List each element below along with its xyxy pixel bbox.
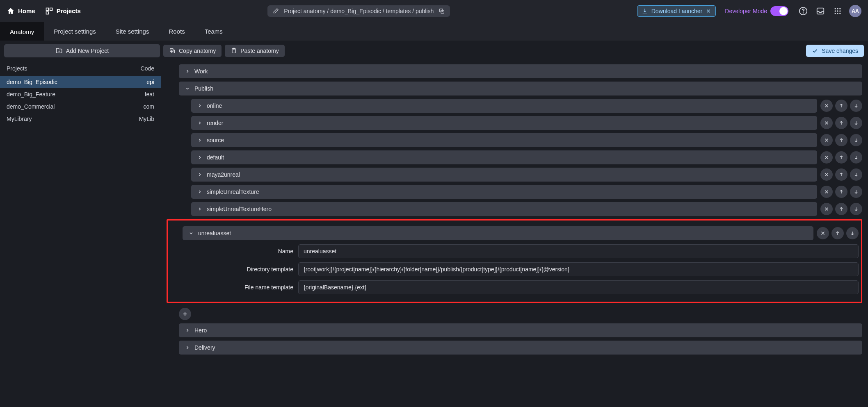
project-row[interactable]: demo_Big_Featurefeat bbox=[0, 88, 161, 100]
move-up-button[interactable] bbox=[835, 100, 847, 112]
home-icon bbox=[7, 7, 15, 15]
copy-anatomy-button[interactable]: Copy anatomy bbox=[163, 45, 222, 57]
directory-template-input[interactable] bbox=[298, 262, 859, 276]
avatar[interactable]: AA bbox=[849, 5, 861, 17]
publish-item-label: default bbox=[207, 154, 224, 161]
breadcrumb-text: Project anatomy / demo_Big_Episodic / te… bbox=[284, 8, 434, 14]
publish-item-row[interactable]: simpleUnrealTexture bbox=[191, 185, 817, 199]
save-changes-label: Save changes bbox=[822, 48, 858, 54]
toggle-switch[interactable] bbox=[770, 6, 788, 16]
add-new-project-button[interactable]: Add New Project bbox=[4, 44, 160, 57]
folder-plus-icon bbox=[55, 47, 63, 55]
move-down-button[interactable] bbox=[850, 186, 862, 198]
move-down-button[interactable] bbox=[850, 168, 862, 181]
move-up-button[interactable] bbox=[835, 168, 847, 181]
remove-button[interactable] bbox=[820, 151, 833, 164]
nav-home[interactable]: Home bbox=[7, 7, 35, 15]
project-code: MyLib bbox=[139, 116, 154, 122]
move-up-button[interactable] bbox=[831, 227, 844, 239]
paste-anatomy-button[interactable]: Paste anatomy bbox=[225, 45, 284, 57]
paste-anatomy-label: Paste anatomy bbox=[240, 48, 279, 54]
svg-point-15 bbox=[837, 13, 838, 14]
add-item-button[interactable] bbox=[179, 308, 191, 320]
tab-site-settings[interactable]: Site settings bbox=[106, 22, 159, 41]
highlighted-section: unrealuasset Name Directory template bbox=[167, 219, 862, 303]
publish-item-row[interactable]: render bbox=[191, 116, 817, 130]
chevron-down-icon bbox=[185, 86, 190, 91]
nav-projects[interactable]: Projects bbox=[45, 7, 81, 15]
section-unrealuasset[interactable]: unrealuasset bbox=[183, 226, 813, 240]
publish-item-label: source bbox=[207, 137, 224, 143]
move-down-button[interactable] bbox=[850, 100, 862, 112]
name-input[interactable] bbox=[298, 244, 859, 258]
section-work[interactable]: Work bbox=[179, 64, 862, 78]
projects-header-label: Projects bbox=[7, 65, 141, 72]
move-up-button[interactable] bbox=[835, 134, 847, 146]
apps-grid-button[interactable] bbox=[832, 5, 843, 17]
top-nav-left: Home Projects bbox=[7, 7, 81, 15]
publish-item-row[interactable]: maya2unreal bbox=[191, 168, 817, 182]
remove-button[interactable] bbox=[820, 203, 833, 215]
projects-header-code: Code bbox=[141, 65, 154, 72]
move-up-button[interactable] bbox=[835, 151, 847, 164]
nav-projects-label: Projects bbox=[57, 7, 81, 14]
projects-sidebar: Projects Code demo_Big_Episodicepidemo_B… bbox=[0, 61, 161, 407]
remove-button[interactable] bbox=[820, 186, 833, 198]
help-button[interactable] bbox=[797, 5, 809, 17]
copy-icon[interactable] bbox=[439, 8, 445, 14]
developer-mode-toggle[interactable]: Developer Mode bbox=[722, 5, 792, 18]
move-down-button[interactable] bbox=[850, 151, 862, 164]
move-up-button[interactable] bbox=[835, 186, 847, 198]
move-down-button[interactable] bbox=[850, 134, 862, 146]
publish-item-label: online bbox=[207, 102, 222, 109]
top-center: Project anatomy / demo_Big_Episodic / te… bbox=[91, 5, 627, 17]
breadcrumb[interactable]: Project anatomy / demo_Big_Episodic / te… bbox=[267, 5, 450, 17]
close-icon[interactable] bbox=[706, 8, 711, 14]
section-publish[interactable]: Publish bbox=[179, 82, 862, 95]
filename-template-label: File name template bbox=[195, 284, 293, 291]
remove-button[interactable] bbox=[817, 227, 829, 239]
save-changes-button[interactable]: Save changes bbox=[806, 45, 864, 57]
unrealuasset-form: Name Directory template File name templa… bbox=[195, 244, 859, 294]
svg-point-10 bbox=[839, 8, 841, 9]
publish-item-label: simpleUnrealTextureHero bbox=[207, 206, 272, 212]
move-up-button[interactable] bbox=[835, 203, 847, 215]
tab-roots[interactable]: Roots bbox=[159, 22, 194, 41]
svg-rect-1 bbox=[50, 8, 52, 10]
section-hero[interactable]: Hero bbox=[179, 323, 862, 337]
svg-point-9 bbox=[837, 8, 838, 9]
publish-item-row[interactable]: simpleUnrealTextureHero bbox=[191, 202, 817, 216]
project-row[interactable]: demo_Commercialcom bbox=[0, 100, 161, 113]
projects-icon bbox=[45, 7, 53, 15]
project-code: epi bbox=[146, 79, 154, 85]
tabs: Anatomy Project settings Site settings R… bbox=[0, 22, 868, 41]
publish-item-row[interactable]: online bbox=[191, 99, 817, 113]
remove-button[interactable] bbox=[820, 134, 833, 146]
move-up-button[interactable] bbox=[835, 117, 847, 129]
chevron-right-icon bbox=[197, 138, 203, 143]
publish-item-row[interactable]: source bbox=[191, 133, 817, 147]
tab-project-settings[interactable]: Project settings bbox=[44, 22, 106, 41]
check-icon bbox=[812, 48, 818, 54]
section-delivery[interactable]: Delivery bbox=[179, 341, 862, 355]
project-row[interactable]: demo_Big_Episodicepi bbox=[0, 76, 161, 88]
remove-button[interactable] bbox=[820, 100, 833, 112]
move-down-button[interactable] bbox=[850, 203, 862, 215]
move-down-button[interactable] bbox=[850, 117, 862, 129]
svg-point-16 bbox=[839, 13, 841, 14]
filename-template-input[interactable] bbox=[298, 280, 859, 294]
project-name: demo_Commercial bbox=[7, 103, 144, 110]
toggle-thumb bbox=[779, 7, 788, 15]
project-row[interactable]: MyLibraryMyLib bbox=[0, 113, 161, 125]
publish-item-row[interactable]: default bbox=[191, 150, 817, 164]
chevron-right-icon bbox=[185, 69, 190, 74]
remove-button[interactable] bbox=[820, 117, 833, 129]
download-launcher-button[interactable]: Download Launcher bbox=[637, 5, 716, 17]
inbox-button[interactable] bbox=[815, 5, 826, 17]
tab-anatomy[interactable]: Anatomy bbox=[0, 22, 44, 41]
move-down-button[interactable] bbox=[846, 227, 859, 239]
svg-rect-2 bbox=[46, 11, 48, 14]
project-name: demo_Big_Episodic bbox=[7, 79, 146, 85]
remove-button[interactable] bbox=[820, 168, 833, 181]
tab-teams[interactable]: Teams bbox=[195, 22, 233, 41]
